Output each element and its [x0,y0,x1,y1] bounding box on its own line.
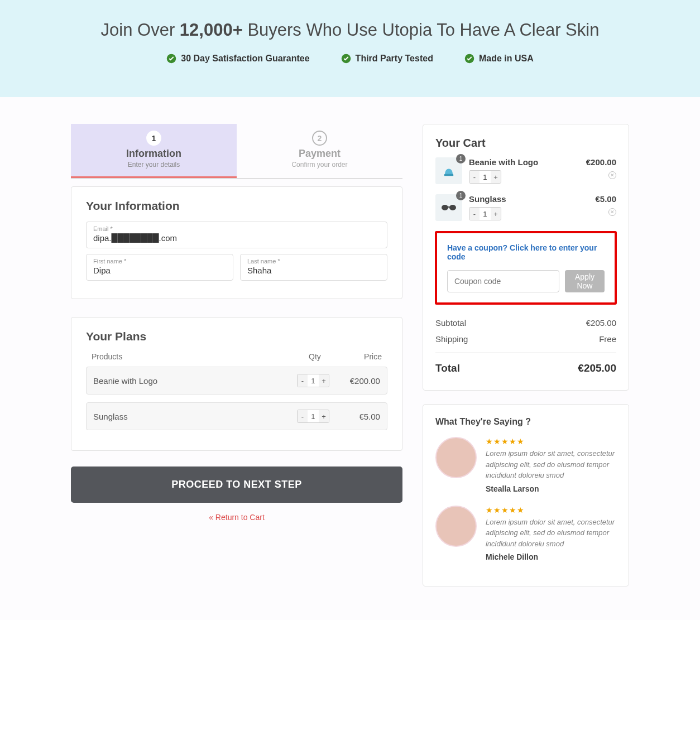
cart-item-price: €5.00 [595,194,616,204]
shipping-row: Shipping Free [435,331,616,347]
badge-text: Third Party Tested [356,54,433,64]
qty-increase-button[interactable]: + [319,410,329,422]
email-label: Email * [93,225,380,232]
reviewer-avatar [435,437,477,478]
qty-increase-button[interactable]: + [319,374,329,387]
first-name-field[interactable] [93,266,226,275]
sunglasses-icon [440,204,457,211]
qty-control: - 1 + [297,410,329,423]
shipping-value: Free [599,334,616,344]
last-name-field[interactable] [247,266,380,275]
step-title: Information [71,148,237,160]
qty-control: - 1 + [469,170,501,184]
step-number: 2 [312,131,327,146]
checkout-steps: 1 Information Enter your details 2 Payme… [71,124,402,179]
svg-point-5 [449,205,456,210]
col-products: Products [92,352,293,361]
qty-control: - 1 + [297,374,329,387]
coupon-code-input[interactable] [447,270,559,292]
qty-decrease-button[interactable]: - [469,208,480,220]
cart-item-name: Sunglass [469,194,588,204]
step-information[interactable]: 1 Information Enter your details [71,124,237,178]
badge-usa: Made in USA [464,54,534,64]
col-qty: Qty [293,352,337,361]
subtotal-row: Subtotal €205.00 [435,315,616,331]
col-price: Price [337,352,382,361]
email-field[interactable] [93,233,380,243]
your-cart-card: Your Cart 1 Beanie with Logo - 1 + [423,124,629,391]
qty-value: 1 [308,377,319,385]
remove-item-button[interactable]: ✕ [608,171,616,179]
step-subtitle: Confirm your order [237,161,402,169]
step-title: Payment [237,148,402,160]
cart-heading: Your Cart [435,137,616,150]
your-information-card: Your Information Email * First name * La… [71,186,402,299]
qty-control: - 1 + [469,207,501,220]
first-name-label: First name * [93,258,226,264]
svg-point-4 [442,205,448,210]
check-circle-icon [464,54,474,64]
qty-increase-button[interactable]: + [491,171,501,183]
last-name-field-wrap[interactable]: Last name * [240,254,387,281]
hero-banner: Join Over 12,000+ Buyers Who Use Utopia … [0,0,700,97]
subtotal-value: €205.00 [586,318,616,328]
plan-name: Sunglass [93,412,291,421]
qty-decrease-button[interactable]: - [469,171,480,183]
reviewer-avatar [435,506,477,547]
step-subtitle: Enter your details [71,161,237,169]
check-circle-icon [166,54,176,64]
plan-name: Beanie with Logo [93,376,291,386]
subtotal-label: Subtotal [435,318,466,328]
last-name-label: Last name * [247,258,380,264]
plan-row: Beanie with Logo - 1 + €200.00 [86,367,387,395]
hero-headline-post: Buyers Who Use Utopia To Have A Clear Sk… [243,20,600,40]
return-to-cart-link[interactable]: « Return to Cart [71,513,402,522]
total-value: €205.00 [578,362,616,374]
qty-decrease-button[interactable]: - [298,410,308,422]
svg-rect-6 [448,206,450,208]
reviews-heading: What They're Saying ? [435,417,616,427]
coupon-section-highlighted: Have a coupon? Click here to enter your … [435,231,617,305]
cart-qty-badge: 1 [456,154,466,163]
email-field-wrap[interactable]: Email * [86,222,387,248]
plan-price: €200.00 [335,376,380,386]
cart-qty-badge: 1 [456,191,466,200]
badge-guarantee: 30 Day Satisfaction Guarantee [166,54,309,64]
reviews-card: What They're Saying ? ★★★★★ Lorem ipsum … [423,404,629,586]
reviewer-name: Stealla Larson [486,484,616,493]
shipping-label: Shipping [435,334,468,344]
cart-item: 1 Beanie with Logo - 1 + €20 [435,157,616,184]
badge-text: 30 Day Satisfaction Guarantee [181,54,309,64]
apply-coupon-button[interactable]: Apply Now [565,270,605,292]
your-plans-card: Your Plans Products Qty Price Beanie wit… [71,317,402,451]
qty-decrease-button[interactable]: - [298,374,308,387]
plans-heading: Your Plans [86,330,387,343]
review-text: Lorem ipsum dolor sit amet, consectetur … [486,517,616,550]
total-row: Total €205.00 [435,353,616,378]
qty-increase-button[interactable]: + [491,208,501,220]
reviewer-name: Michele Dillon [486,552,616,561]
proceed-button[interactable]: PROCEED TO NEXT STEP [71,467,402,503]
info-heading: Your Information [86,199,387,213]
cart-item-thumbnail: 1 [435,157,462,184]
remove-item-button[interactable]: ✕ [608,208,616,216]
check-circle-icon [341,54,351,64]
star-rating-icon: ★★★★★ [486,437,616,446]
hero-headline-pre: Join Over [101,20,180,40]
beanie-icon [441,163,457,179]
first-name-field-wrap[interactable]: First name * [86,254,233,281]
cart-item-name: Beanie with Logo [469,157,579,167]
star-rating-icon: ★★★★★ [486,506,616,514]
plan-price: €5.00 [335,412,380,421]
step-payment[interactable]: 2 Payment Confirm your order [237,124,402,178]
qty-value: 1 [480,173,491,181]
review-item: ★★★★★ Lorem ipsum dolor sit amet, consec… [435,437,616,493]
review-text: Lorem ipsum dolor sit amet, consectetur … [486,448,616,481]
cart-item-thumbnail: 1 [435,194,462,221]
total-label: Total [435,362,460,374]
svg-rect-3 [444,174,453,176]
hero-headline-bold: 12,000+ [180,20,243,40]
coupon-toggle-link[interactable]: Have a coupon? Click here to enter your … [447,243,605,261]
step-number: 1 [146,131,161,146]
plan-row: Sunglass - 1 + €5.00 [86,402,387,430]
